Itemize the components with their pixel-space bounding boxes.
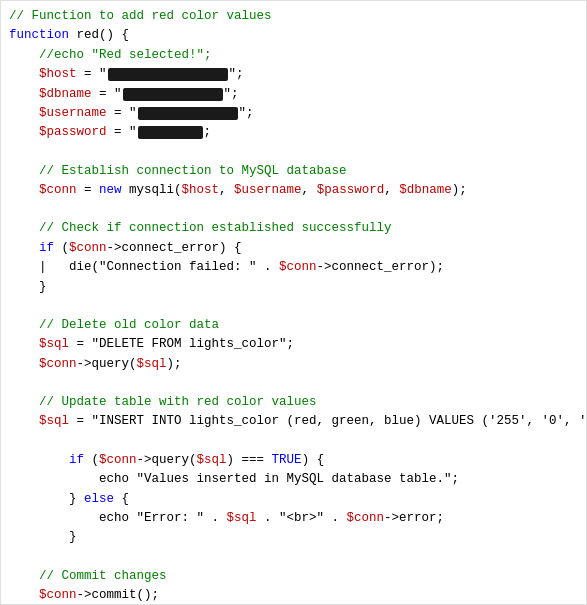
code-text: ->query( — [137, 451, 197, 470]
code-text: ->connect_error); — [317, 258, 445, 277]
code-text: } — [9, 490, 84, 509]
code-text: { — [114, 490, 129, 509]
code-var: $conn — [279, 258, 317, 277]
code-var: $username — [234, 181, 302, 200]
code-var: $sql — [9, 335, 69, 354]
code-text: = " — [92, 85, 122, 104]
code-keyword: if — [39, 239, 54, 258]
code-line: } else { — [9, 490, 578, 509]
code-line: if ( $conn ->query( $sql ) === TRUE ) { — [9, 451, 578, 470]
code-keyword: function — [9, 26, 69, 45]
code-text: "; — [224, 85, 239, 104]
code-var: $conn — [69, 239, 107, 258]
code-line: // Delete old color data — [9, 316, 578, 335]
code-var: $conn — [347, 509, 385, 528]
code-text: // Update table with red color values — [9, 393, 317, 412]
code-var: $sql — [9, 412, 69, 431]
code-text: "; — [229, 65, 244, 84]
code-text — [9, 239, 39, 258]
code-line: echo "Error: " . $sql . "<br>" . $conn -… — [9, 509, 578, 528]
code-text: , — [384, 181, 399, 200]
code-line: $sql = "DELETE FROM lights_color"; — [9, 335, 578, 354]
code-line: } — [9, 528, 578, 547]
code-text — [9, 46, 39, 65]
code-text: ( — [54, 239, 69, 258]
code-text: = "INSERT INTO lights_color (red, green,… — [69, 412, 587, 431]
code-keyword: new — [99, 181, 122, 200]
code-text: //echo "Red selected!"; — [39, 46, 212, 65]
code-text: } — [9, 528, 77, 547]
redacted-value — [138, 126, 203, 139]
code-text: // Check if connection established succe… — [9, 219, 392, 238]
code-text — [9, 451, 69, 470]
code-var: $password — [317, 181, 385, 200]
code-var: $host — [9, 65, 77, 84]
code-text: // Function to add red color values — [9, 7, 272, 26]
empty-line — [9, 548, 578, 567]
code-line: $conn = new mysqli( $host , $username , … — [9, 181, 578, 200]
code-var: $dbname — [9, 85, 92, 104]
code-line: // Check if connection established succe… — [9, 219, 578, 238]
code-keyword: else — [84, 490, 114, 509]
code-text: mysqli( — [122, 181, 182, 200]
code-text: ->connect_error) { — [107, 239, 242, 258]
code-line: $conn ->query( $sql ); — [9, 355, 578, 374]
code-text: , — [302, 181, 317, 200]
code-text: ; — [204, 123, 212, 142]
code-text: ->query( — [77, 355, 137, 374]
code-text: } — [9, 278, 47, 297]
redacted-value — [123, 88, 223, 101]
empty-line — [9, 432, 578, 451]
code-text: ->commit(); — [77, 586, 160, 605]
code-keyword: TRUE — [272, 451, 302, 470]
code-text: // Establish connection to MySQL databas… — [9, 162, 347, 181]
code-line: $host = " "; — [9, 65, 578, 84]
code-line: $sql = "INSERT INTO lights_color (red, g… — [9, 412, 578, 431]
code-text: ( — [84, 451, 99, 470]
code-line: | die("Connection failed: " . $conn ->co… — [9, 258, 578, 277]
code-line: } — [9, 278, 578, 297]
empty-line — [9, 200, 578, 219]
code-text: ) === — [227, 451, 272, 470]
code-text: ); — [452, 181, 467, 200]
code-text: . "<br>" . — [257, 509, 347, 528]
redacted-value — [108, 68, 228, 81]
code-text: // Commit changes — [9, 567, 167, 586]
empty-line — [9, 297, 578, 316]
code-text: echo "Values inserted in MySQL database … — [9, 470, 459, 489]
empty-line — [9, 374, 578, 393]
code-line: // Establish connection to MySQL databas… — [9, 162, 578, 181]
code-var: $host — [182, 181, 220, 200]
code-text: ->error; — [384, 509, 444, 528]
code-line: $password = " ; — [9, 123, 578, 142]
code-var: $password — [9, 123, 107, 142]
code-var: $conn — [9, 181, 77, 200]
code-var: $conn — [9, 355, 77, 374]
code-var: $conn — [9, 586, 77, 605]
code-line: echo "Values inserted in MySQL database … — [9, 470, 578, 489]
code-text: = " — [107, 123, 137, 142]
code-text: = " — [107, 104, 137, 123]
code-text: echo "Error: " . — [9, 509, 227, 528]
empty-line — [9, 143, 578, 162]
code-line: // Function to add red color values — [9, 7, 578, 26]
code-var: $sql — [227, 509, 257, 528]
code-text: // Delete old color data — [9, 316, 219, 335]
code-line: $conn ->commit(); — [9, 586, 578, 605]
code-line: $username = " "; — [9, 104, 578, 123]
code-var: $dbname — [399, 181, 452, 200]
code-var: $sql — [197, 451, 227, 470]
code-text: ) { — [302, 451, 325, 470]
code-text: "; — [239, 104, 254, 123]
code-line: if ( $conn ->connect_error) { — [9, 239, 578, 258]
code-var: $username — [9, 104, 107, 123]
code-text: = — [77, 181, 100, 200]
code-line: function red() { — [9, 26, 578, 45]
code-var: $conn — [99, 451, 137, 470]
code-line: $dbname = " "; — [9, 85, 578, 104]
code-line: //echo "Red selected!"; — [9, 46, 578, 65]
code-text: = "DELETE FROM lights_color"; — [69, 335, 294, 354]
code-text: ); — [167, 355, 182, 374]
code-editor: // Function to add red color values func… — [0, 0, 587, 605]
code-text: , — [219, 181, 234, 200]
